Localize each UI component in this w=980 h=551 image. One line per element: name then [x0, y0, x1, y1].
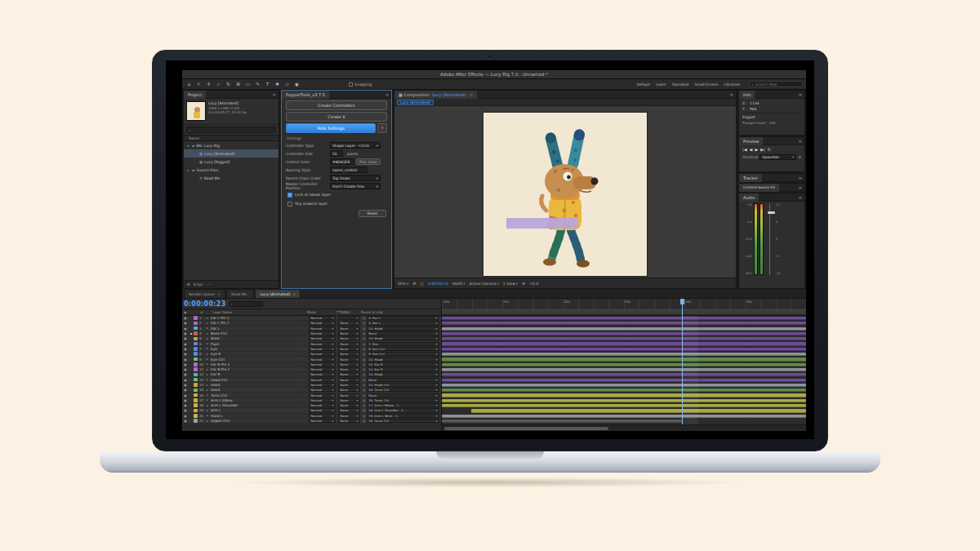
twirl-icon[interactable]: ▾ — [186, 144, 190, 148]
layer-trkmat-select[interactable]: None▾ — [338, 336, 360, 340]
layer-visibility-toggle[interactable]: ◉ — [182, 321, 189, 325]
layer-visibility-toggle[interactable]: ◉ — [182, 347, 189, 351]
workspace-tab[interactable]: Small Screen — [694, 82, 718, 87]
project-item[interactable]: ▦ Lucy [Animated] — [184, 149, 278, 158]
layer-parent-select[interactable]: 12. Ear R▾ — [367, 362, 439, 367]
layer-mode-select[interactable]: Normal▾ — [309, 357, 336, 361]
pickwhip-icon[interactable]: ◎ — [363, 362, 365, 367]
layer-parent-select[interactable]: 19. Arm L Wrist : 1▾ — [367, 414, 439, 418]
layer-mode-select[interactable]: Normal▾ — [309, 408, 336, 412]
layer-label-color[interactable] — [194, 352, 198, 356]
layer-parent-select[interactable]: 9. Eye Ctrl▾ — [367, 352, 439, 356]
transport-button[interactable]: ◀ — [750, 147, 753, 152]
field-suffix[interactable] — [382, 175, 387, 181]
layer-name[interactable]: Ear L — [211, 327, 292, 331]
playhead-handle[interactable] — [680, 299, 684, 304]
layer-trkmat-select[interactable]: None▾ — [338, 372, 360, 376]
checkbox[interactable] — [287, 202, 292, 207]
mode-header[interactable]: Mode — [307, 310, 316, 314]
layer-name[interactable]: Zipper Ctrl — [211, 419, 292, 423]
field-value-box[interactable]: Don't Create One▾ — [330, 183, 381, 189]
layer-trkmat-select[interactable]: None▾ — [338, 393, 360, 398]
layer-parent-select[interactable]: 14. Head▾ — [367, 327, 439, 331]
project-item-label[interactable]: Read Me — [204, 176, 220, 180]
parent-link-header[interactable]: Parent & Link — [361, 310, 383, 314]
field-value-box[interactable]: 55 — [330, 150, 343, 157]
layer-label-color[interactable] — [194, 342, 198, 346]
layer-mode-select[interactable]: Normal▾ — [309, 331, 336, 335]
resolution-select[interactable]: (Half)▾ — [452, 282, 466, 286]
pickwhip-icon[interactable]: ◎ — [363, 342, 365, 346]
work-area-bar[interactable] — [442, 309, 806, 315]
layer-switches[interactable]: ··· — [292, 337, 309, 340]
timeline-search[interactable]: ⌕ — [229, 301, 263, 307]
checkbox[interactable]: ✓ — [287, 193, 292, 198]
layer-label-color[interactable] — [194, 331, 198, 335]
layer-duration-bar[interactable] — [442, 363, 806, 367]
layer-duration-bar[interactable] — [442, 404, 806, 407]
layer-label-color[interactable] — [194, 409, 198, 413]
layer-duration-bar[interactable] — [442, 327, 806, 331]
grid-options-icon[interactable]: ⊞ — [412, 281, 416, 286]
create-it-button[interactable]: Create It — [286, 112, 387, 122]
settings-checkbox-row[interactable]: ✓ Lock at tweak layer — [282, 190, 391, 199]
playhead[interactable] — [682, 299, 683, 424]
layer-duration-bar[interactable] — [442, 389, 806, 392]
layer-mode-select[interactable]: Normal▾ — [309, 327, 336, 331]
layer-mode-select[interactable]: Normal▾ — [309, 414, 336, 418]
layer-duration-bar[interactable] — [442, 337, 806, 340]
field-value-box[interactable]: #AD65FE — [330, 158, 354, 165]
layer-trkmat-select[interactable]: None▾ — [338, 378, 360, 382]
layer-mode-select[interactable]: Normal▾ — [309, 342, 336, 346]
layer-parent-select[interactable]: None▾ — [367, 331, 439, 335]
pickwhip-icon[interactable]: ◎ — [363, 388, 365, 392]
layer-trkmat-select[interactable]: None▾ — [338, 408, 360, 412]
timeline-layer-row[interactable]: ◉ 21 ▸ Zipper Ctrl ··· Normal▾ None▾ ◎ — [182, 419, 441, 424]
layer-trkmat-select[interactable]: None▾ — [338, 419, 360, 423]
panel-menu-icon[interactable]: ≡ — [273, 92, 278, 97]
timeline-current-time[interactable]: 0:00:00:23 — [184, 300, 226, 308]
panel-menu-icon[interactable]: ≡ — [799, 92, 804, 97]
layer-name[interactable]: Head — [211, 383, 292, 387]
layer-trkmat-select[interactable]: None▾ — [338, 331, 360, 335]
transport-button[interactable]: ▶| — [760, 147, 765, 152]
layer-duration-bar[interactable] — [442, 332, 806, 335]
close-icon[interactable]: × — [470, 92, 473, 97]
timeline-track[interactable] — [442, 419, 806, 424]
layer-label-color[interactable] — [194, 322, 198, 326]
layer-visibility-toggle[interactable]: ◉ — [182, 408, 189, 412]
layer-name[interactable]: Eye R — [211, 352, 292, 356]
layer-mode-select[interactable]: Normal▾ — [309, 378, 336, 382]
layer-name[interactable]: Eye — [211, 347, 292, 351]
tool-icon[interactable]: ⊞ — [234, 82, 242, 87]
tab-puppettools[interactable]: PuppetTools_v3 7.5 — [282, 91, 329, 99]
layer-trkmat-select[interactable]: None▾ — [338, 398, 360, 402]
layer-visibility-toggle[interactable]: ◉ — [182, 398, 189, 402]
layer-visibility-toggle[interactable]: ◉ — [182, 342, 189, 346]
project-item[interactable]: ▸ ▰ Source Files — [184, 166, 278, 174]
create-controllers-button[interactable]: Create Controllers — [286, 100, 387, 110]
help-button[interactable]: ? — [377, 123, 387, 133]
layer-switches[interactable]: ··· — [292, 398, 309, 402]
audio-fader-knob-right[interactable] — [771, 211, 775, 214]
panel-menu-icon[interactable]: ≡ — [799, 139, 804, 144]
layer-label-color[interactable] — [194, 373, 198, 377]
layer-mode-select[interactable]: Normal▾ — [309, 321, 336, 325]
tab-audio[interactable]: Audio — [739, 193, 759, 202]
panel-menu-icon[interactable]: ≡ — [799, 195, 804, 200]
bit-depth-label[interactable]: 8 bpc — [194, 282, 203, 287]
tool-icon[interactable]: ◉ — [293, 82, 301, 87]
snapping-toggle[interactable]: Snapping — [349, 82, 372, 87]
layer-switches[interactable]: ··· — [292, 373, 309, 376]
layer-visibility-toggle[interactable]: ◉ — [182, 327, 189, 331]
layer-trkmat-select[interactable]: None▾ — [338, 352, 360, 356]
layer-parent-select[interactable]: 9. Eye Ctrl▾ — [367, 347, 439, 351]
mask-toggle-icon[interactable]: ◱ — [420, 281, 424, 286]
layer-mode-select[interactable]: Normal▾ — [309, 336, 336, 340]
field-value-box[interactable]: name_control — [330, 167, 368, 173]
tab-preview[interactable]: Preview — [739, 137, 763, 145]
layer-switches[interactable]: ··· — [292, 317, 309, 320]
pickwhip-icon[interactable]: ◎ — [363, 367, 365, 371]
layer-visibility-toggle[interactable]: ◉ — [182, 316, 189, 320]
layer-label-color[interactable] — [194, 419, 198, 423]
